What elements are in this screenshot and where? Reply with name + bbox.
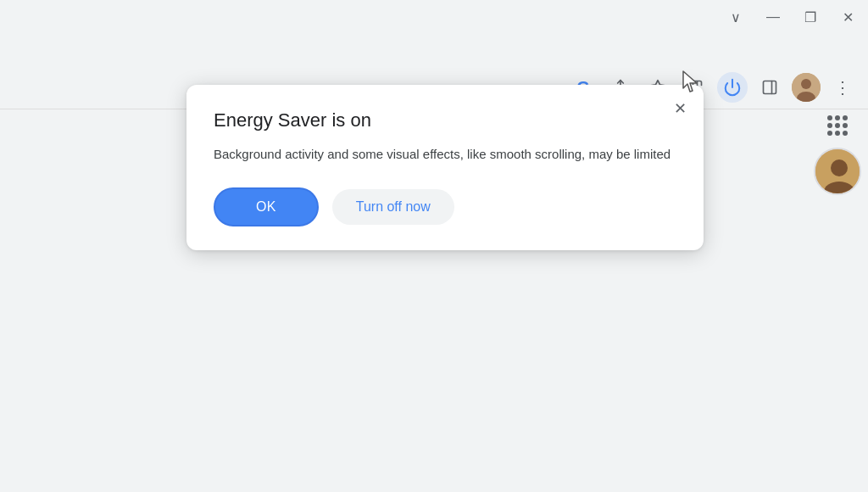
popup-actions: OK Turn off now: [214, 187, 676, 226]
sidebar-icon[interactable]: [754, 72, 785, 103]
svg-point-8: [831, 159, 848, 176]
minimize-button[interactable]: —: [763, 7, 783, 27]
popup-title: Energy Saver is on: [214, 109, 676, 133]
ok-button[interactable]: OK: [214, 187, 319, 226]
energy-saver-icon[interactable]: [717, 72, 748, 103]
popup-body: Background activity and some visual effe…: [214, 145, 676, 165]
maximize-button[interactable]: ❐: [800, 7, 821, 27]
svg-point-5: [801, 79, 811, 89]
close-button[interactable]: ✕: [837, 7, 858, 27]
popup-container: ✕ Energy Saver is on Background activity…: [186, 85, 704, 250]
more-options-icon[interactable]: ⋮: [827, 72, 858, 103]
window-controls: ∨ — ❐ ✕: [726, 7, 858, 27]
tab-bar: [0, 34, 868, 66]
popup-close-button[interactable]: ✕: [668, 97, 692, 120]
secondary-avatar[interactable]: [814, 148, 861, 195]
profile-avatar[interactable]: [792, 73, 821, 102]
right-avatar-area: [814, 110, 861, 195]
chevron-button[interactable]: ∨: [726, 7, 746, 27]
energy-saver-popup: ✕ Energy Saver is on Background activity…: [186, 85, 704, 250]
grid-apps-icon[interactable]: [822, 110, 853, 141]
title-bar: ∨ — ❐ ✕: [0, 0, 868, 34]
svg-rect-2: [764, 81, 776, 94]
grid-dots-display: [827, 115, 848, 136]
turn-off-button[interactable]: Turn off now: [332, 189, 454, 225]
